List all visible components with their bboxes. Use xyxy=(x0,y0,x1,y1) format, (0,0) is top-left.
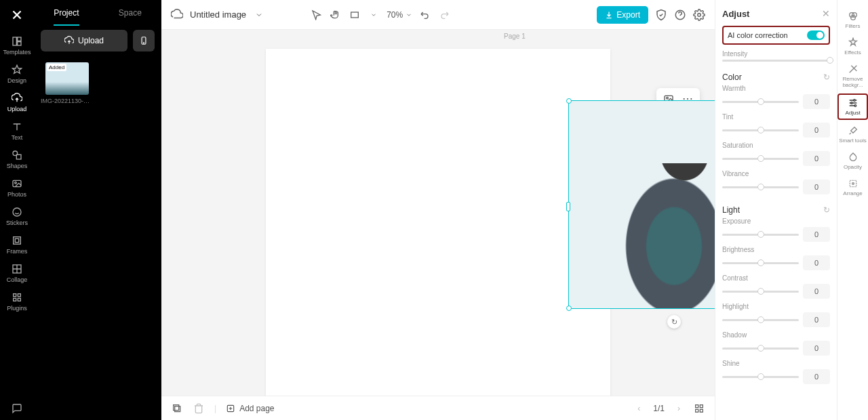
tool-remove-bg[interactable]: Remove backgr... xyxy=(837,61,868,91)
cloud-sync-icon[interactable] xyxy=(171,9,183,21)
tool-smart-tools[interactable]: Smart tools xyxy=(837,123,868,146)
tool-filters[interactable]: Filters xyxy=(837,8,868,32)
nav-shapes[interactable]: Shapes xyxy=(0,145,34,173)
document-title[interactable]: Untitled image xyxy=(190,9,246,20)
reset-light-icon[interactable]: ↻ xyxy=(823,205,830,215)
nav-design[interactable]: Design xyxy=(0,60,34,88)
add-page-button[interactable]: Add page xyxy=(226,404,274,413)
text-icon xyxy=(11,121,23,133)
brightness-slider[interactable] xyxy=(722,262,799,264)
settings-icon[interactable] xyxy=(693,9,705,21)
ai-color-toggle[interactable] xyxy=(807,30,825,40)
rotate-handle[interactable]: ↻ xyxy=(667,315,681,329)
tint-slider[interactable] xyxy=(722,129,799,131)
nav-frames[interactable]: Frames xyxy=(0,230,34,259)
saturation-slider[interactable] xyxy=(722,158,799,160)
svg-rect-4 xyxy=(16,154,21,159)
smart-tools-icon xyxy=(848,125,859,136)
shine-slider[interactable] xyxy=(722,376,799,378)
resize-chevron-icon[interactable] xyxy=(368,9,380,21)
svg-rect-2 xyxy=(18,42,21,45)
layers-icon[interactable] xyxy=(171,402,183,415)
resize-handle-tl[interactable] xyxy=(566,98,572,104)
resize-handle-bl[interactable] xyxy=(566,306,572,311)
warmth-slider[interactable] xyxy=(722,101,799,103)
added-badge: Added xyxy=(47,64,66,71)
vibrance-value[interactable]: 0 xyxy=(803,180,830,194)
redo-icon[interactable] xyxy=(438,9,450,21)
intensity-label: Intensity xyxy=(722,50,830,58)
svg-rect-0 xyxy=(13,37,16,45)
exposure-value[interactable]: 0 xyxy=(803,227,830,242)
svg-point-19 xyxy=(698,13,701,16)
uploaded-thumbnail[interactable]: Added IMG-20221130-WA0... xyxy=(41,62,94,104)
export-button[interactable]: Export xyxy=(597,6,648,24)
nav-upload[interactable]: Upload xyxy=(0,88,34,117)
warmth-value[interactable]: 0 xyxy=(803,94,830,109)
templates-icon xyxy=(11,35,23,47)
canvas-page[interactable] xyxy=(266,49,610,396)
nav-templates[interactable]: Templates xyxy=(0,31,34,60)
nav-stickers[interactable]: Stickers xyxy=(0,202,34,230)
grid-view-icon[interactable] xyxy=(693,402,705,415)
upload-from-phone-button[interactable] xyxy=(133,30,155,51)
undo-icon[interactable] xyxy=(419,9,431,21)
tool-arrange[interactable]: Arrange xyxy=(837,175,868,199)
nav-plugins[interactable]: Plugins xyxy=(0,287,34,316)
saturation-value[interactable]: 0 xyxy=(803,151,830,166)
app-logo[interactable] xyxy=(7,5,26,24)
help-icon[interactable] xyxy=(674,9,686,21)
highlight-value[interactable]: 0 xyxy=(803,312,830,327)
photos-icon xyxy=(11,177,23,190)
download-icon xyxy=(605,11,613,19)
tint-value[interactable]: 0 xyxy=(803,123,830,138)
contrast-value[interactable]: 0 xyxy=(803,284,830,299)
selected-image[interactable] xyxy=(569,101,715,308)
ai-color-correction-row: AI color correction xyxy=(722,26,830,45)
arrange-icon xyxy=(848,178,859,189)
cursor-tool-icon[interactable] xyxy=(311,9,323,21)
upload-button[interactable]: Upload xyxy=(41,30,127,51)
nav-photos[interactable]: Photos xyxy=(0,173,34,202)
frames-icon xyxy=(11,234,23,247)
shield-icon[interactable] xyxy=(655,9,667,21)
brightness-value[interactable]: 0 xyxy=(803,255,830,270)
shine-value[interactable]: 0 xyxy=(803,369,830,384)
highlight-slider[interactable] xyxy=(722,319,799,321)
reset-color-icon[interactable]: ↻ xyxy=(823,72,830,82)
intensity-slider[interactable] xyxy=(722,60,830,62)
shadow-slider[interactable] xyxy=(722,348,799,350)
resize-handle-ml[interactable] xyxy=(566,202,570,211)
svg-point-37 xyxy=(854,105,856,107)
zoom-value[interactable]: 70% xyxy=(387,10,403,20)
shadow-value[interactable]: 0 xyxy=(803,341,830,356)
title-chevron-icon[interactable] xyxy=(253,9,265,21)
next-page-icon[interactable]: › xyxy=(673,402,685,415)
close-panel-icon[interactable]: ✕ xyxy=(822,8,830,19)
nav-collage[interactable]: Collage xyxy=(0,259,34,287)
tool-label: Opacity xyxy=(844,164,862,170)
tool-effects[interactable]: Effects xyxy=(837,35,868,58)
shapes-icon xyxy=(11,149,23,161)
tool-adjust[interactable]: Adjust xyxy=(837,93,868,120)
nav-text[interactable]: Text xyxy=(0,117,34,145)
warmth-label: Warmth xyxy=(722,85,830,92)
nav-label: Templates xyxy=(3,49,31,56)
resize-menu-icon[interactable] xyxy=(349,9,361,21)
selection-box[interactable]: ↻ xyxy=(568,100,715,309)
page-indicator: 1/1 xyxy=(653,404,665,413)
delete-icon[interactable] xyxy=(193,402,205,415)
contrast-slider[interactable] xyxy=(722,291,799,293)
prev-page-icon[interactable]: ‹ xyxy=(633,402,645,415)
tool-opacity[interactable]: Opacity xyxy=(837,149,868,173)
svg-rect-29 xyxy=(700,404,703,407)
nav-feedback[interactable] xyxy=(0,398,34,420)
tab-space[interactable]: Space xyxy=(119,4,142,22)
svg-point-24 xyxy=(667,97,669,99)
vibrance-slider[interactable] xyxy=(722,186,799,188)
add-page-label: Add page xyxy=(239,404,274,413)
hand-tool-icon[interactable] xyxy=(330,9,342,21)
tab-project[interactable]: Project xyxy=(54,4,79,22)
exposure-slider[interactable] xyxy=(722,234,799,236)
zoom-chevron-icon[interactable] xyxy=(406,12,412,18)
